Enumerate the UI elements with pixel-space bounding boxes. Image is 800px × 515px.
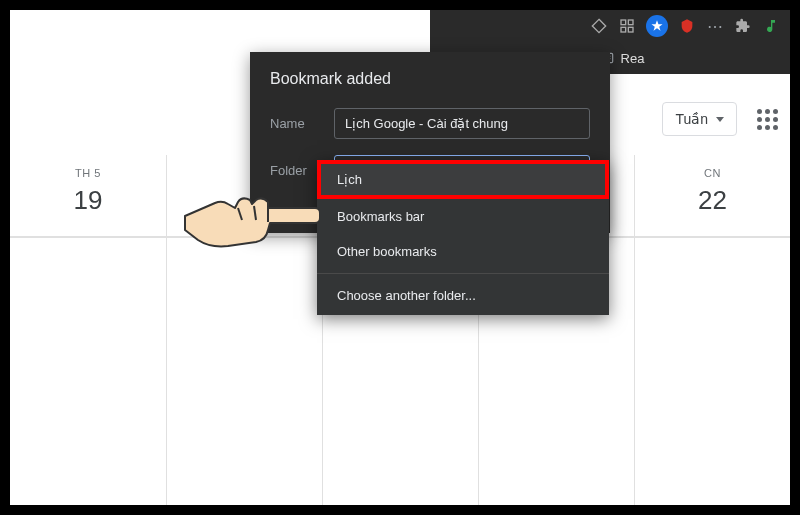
music-icon[interactable]: [762, 17, 780, 35]
folder-label: Folder: [270, 163, 318, 178]
calendar-cell[interactable]: [634, 237, 790, 507]
browser-extensions-bar: ⋯: [430, 10, 790, 42]
dropdown-separator: [317, 273, 609, 274]
dropdown-option-lich[interactable]: Lịch: [317, 160, 609, 199]
diamond-icon[interactable]: [590, 17, 608, 35]
popup-title: Bookmark added: [270, 70, 590, 88]
weekday-label: CN: [635, 167, 790, 179]
view-label: Tuần: [675, 111, 708, 127]
svg-rect-3: [628, 27, 633, 32]
day-header[interactable]: CN 22: [634, 155, 790, 236]
svg-rect-0: [621, 20, 626, 25]
dropdown-choose-folder[interactable]: Choose another folder...: [317, 278, 609, 313]
dropdown-option-bookmarks-bar[interactable]: Bookmarks bar: [317, 199, 609, 234]
svg-rect-1: [628, 20, 633, 25]
day-number: 22: [635, 185, 790, 216]
bookmark-name-input[interactable]: [334, 108, 590, 139]
name-label: Name: [270, 116, 318, 131]
reading-list-label: Rea: [621, 51, 645, 66]
day-number: 19: [10, 185, 166, 216]
calendar-toolbar: Tuần: [662, 102, 778, 136]
calendar-cell[interactable]: [166, 237, 322, 507]
svg-rect-2: [621, 27, 626, 32]
dots-icon[interactable]: ⋯: [706, 17, 724, 35]
grid-icon[interactable]: [618, 17, 636, 35]
calendar-cell[interactable]: [10, 237, 166, 507]
folder-dropdown: Lịch Bookmarks bar Other bookmarks Choos…: [317, 160, 609, 315]
weekday-label: TH 5: [10, 167, 166, 179]
shield-icon[interactable]: [678, 17, 696, 35]
pointing-hand-icon: [180, 178, 320, 268]
view-selector[interactable]: Tuần: [662, 102, 737, 136]
puzzle-icon[interactable]: [734, 17, 752, 35]
bookmark-star-icon[interactable]: [646, 15, 668, 37]
dropdown-option-other[interactable]: Other bookmarks: [317, 234, 609, 269]
caret-down-icon: [716, 117, 724, 122]
apps-grid-icon[interactable]: [757, 109, 778, 130]
day-header[interactable]: TH 5 19: [10, 155, 166, 236]
